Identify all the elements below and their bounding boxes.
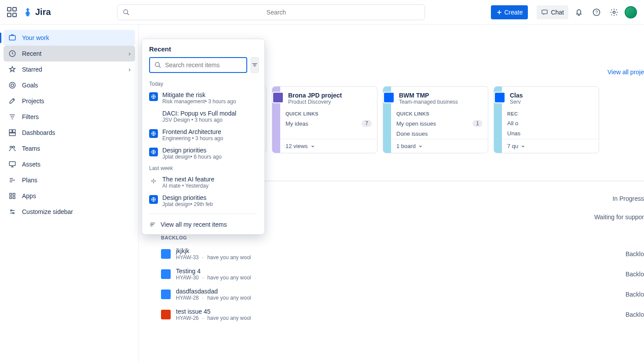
svg-line-1	[127, 13, 129, 15]
project-footer[interactable]: 12 views	[280, 139, 377, 153]
project-icon	[494, 92, 505, 103]
svg-rect-8	[9, 36, 15, 40]
project-icon	[272, 92, 284, 103]
notifications-button[interactable]	[572, 5, 586, 19]
svg-point-0	[124, 10, 128, 14]
issue-status: Backlo	[626, 291, 644, 298]
search-input[interactable]	[133, 9, 419, 16]
project-quick-link[interactable]: My open issues1	[391, 118, 488, 129]
teams-icon	[8, 144, 17, 153]
sidebar-item-projects[interactable]: Projects	[4, 93, 135, 109]
dashboard-icon	[8, 128, 17, 137]
list-icon	[149, 221, 156, 228]
chat-icon	[541, 9, 548, 16]
sidebar-item-assets[interactable]: Assets	[4, 156, 135, 172]
your-work-icon	[8, 33, 17, 42]
target-icon	[8, 81, 17, 90]
flyout-filter-button[interactable]	[251, 57, 259, 73]
svg-point-15	[10, 146, 12, 148]
flyout-title: Recent	[142, 45, 264, 57]
flyout-group-label: Today	[142, 78, 264, 89]
svg-rect-18	[10, 193, 12, 195]
svg-rect-21	[13, 197, 15, 199]
search-icon	[154, 62, 161, 69]
flyout-search-input[interactable]	[165, 62, 242, 69]
issue-row[interactable]: test issue 45HYAW-26·have you any woolBa…	[161, 304, 644, 325]
chevron-down-icon	[521, 144, 525, 148]
svg-rect-2	[542, 10, 547, 14]
rocket-icon	[8, 97, 17, 105]
svg-text:?: ?	[595, 10, 598, 15]
project-quick-link[interactable]: Unas	[502, 128, 599, 138]
view-all-projects-link[interactable]: View all proje	[607, 69, 644, 76]
project-footer[interactable]: 7 qu	[502, 139, 599, 153]
help-icon: ?	[592, 8, 601, 17]
sidebar-item-teams[interactable]: Teams	[4, 141, 135, 156]
sparkle-icon	[149, 177, 158, 185]
flyout-item[interactable]: Frontend ArchitectureEngineering • 3 hou…	[142, 126, 264, 144]
issue-type-icon	[161, 310, 171, 319]
svg-rect-13	[13, 130, 15, 132]
sidebar-item-filters[interactable]: Filters	[4, 109, 135, 125]
chevron-down-icon	[311, 144, 315, 148]
project-quick-link[interactable]: All o	[502, 118, 599, 128]
svg-point-23	[13, 213, 14, 214]
clock-icon	[8, 49, 17, 58]
issue-type-icon	[161, 269, 171, 279]
sidebar-item-apps[interactable]: Apps	[4, 188, 135, 204]
flyout-item[interactable]: Design prioritiesJplat design• 29th feb	[142, 192, 264, 210]
flyout-item[interactable]: DACI: Popup vs Full modalJSV Design • 3 …	[142, 107, 264, 126]
plans-icon	[8, 176, 17, 185]
filter-icon	[251, 62, 258, 69]
project-quick-link[interactable]: Done issues	[391, 129, 488, 139]
app-switcher-icon[interactable]	[7, 7, 18, 18]
svg-rect-14	[9, 133, 15, 136]
project-card[interactable]: BWM TMPTeam-managed businessQUICK LINKSM…	[383, 86, 488, 153]
sidebar-item-your-work[interactable]: Your work	[4, 30, 135, 46]
sidebar-item-dashboards[interactable]: Dashboards	[4, 125, 135, 141]
project-icon	[383, 92, 395, 103]
svg-line-25	[159, 66, 161, 68]
svg-point-24	[155, 62, 159, 66]
sidebar-item-starred[interactable]: Starred ›	[4, 62, 135, 77]
svg-point-5	[613, 11, 615, 13]
sidebar-item-goals[interactable]: Goals	[4, 77, 135, 93]
project-card[interactable]: Brona JPD projectProduct DiscoveryQUICK …	[272, 86, 377, 153]
svg-rect-12	[9, 130, 12, 132]
star-icon	[8, 65, 17, 74]
sidebar-item-recent[interactable]: Recent ›	[4, 46, 135, 62]
svg-point-16	[13, 146, 15, 148]
user-avatar[interactable]	[625, 6, 637, 18]
issue-row[interactable]: jkjkjkHYAW-33·have you any woolBacklo	[161, 244, 644, 264]
settings-button[interactable]	[607, 5, 621, 19]
issue-row[interactable]: dasdfasdasdadHYAW-28·have you any woolBa…	[161, 284, 644, 304]
issue-row[interactable]: Testing 4HYAW-30·have you any woolBacklo	[161, 264, 644, 284]
chat-button[interactable]: Chat	[537, 5, 568, 19]
sidebar-item-customize[interactable]: Customize sidebar	[4, 204, 135, 220]
sidebar-item-plans[interactable]: Plans	[4, 172, 135, 188]
issue-status: Backlo	[626, 311, 644, 318]
flyout-search[interactable]	[149, 57, 247, 73]
gear-icon	[610, 8, 618, 17]
logo-text: Jira	[35, 7, 51, 17]
flyout-item[interactable]: Mitigate the riskRisk management• 3 hour…	[142, 89, 264, 107]
bell-icon	[574, 8, 583, 17]
project-footer[interactable]: 1 board	[391, 139, 488, 153]
apps-icon	[8, 192, 17, 200]
issue-status: Backlo	[626, 271, 644, 278]
monitor-icon	[8, 160, 17, 169]
chevron-right-icon: ›	[128, 66, 131, 73]
flyout-item[interactable]: Design prioritiesJplat design• 6 hours a…	[142, 144, 264, 163]
project-quick-link[interactable]: My ideas7	[280, 118, 377, 129]
jira-logo[interactable]: Jira	[23, 7, 51, 17]
chevron-down-icon	[418, 144, 423, 148]
global-search[interactable]	[117, 4, 425, 20]
svg-rect-19	[13, 193, 15, 195]
help-button[interactable]: ?	[589, 5, 604, 19]
project-card[interactable]: ClasServRECAll oUnas7 qu	[494, 86, 599, 153]
flyout-view-all[interactable]: View all my recent items	[142, 217, 264, 230]
flyout-item[interactable]: The next AI featureAI mate • Yesterday	[142, 173, 264, 192]
jira-logo-icon	[23, 7, 33, 17]
plus-icon	[496, 9, 502, 15]
create-button[interactable]: Create	[491, 5, 528, 19]
